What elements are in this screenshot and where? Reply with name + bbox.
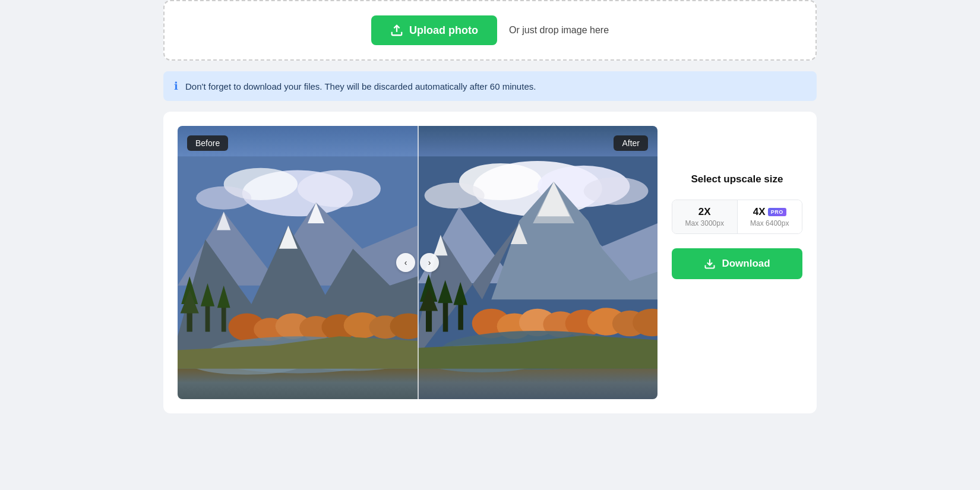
svg-point-34 bbox=[425, 183, 485, 209]
after-label: After bbox=[614, 135, 648, 151]
download-label: Download bbox=[722, 258, 770, 270]
svg-point-35 bbox=[584, 177, 649, 205]
arrow-left-button[interactable]: ‹ bbox=[396, 253, 415, 272]
arrow-right-icon: › bbox=[428, 258, 431, 267]
download-icon bbox=[704, 258, 716, 270]
pro-badge: PRO bbox=[768, 208, 786, 216]
upload-icon bbox=[390, 24, 403, 37]
option-4x-button[interactable]: 4X PRO Max 6400px bbox=[738, 200, 802, 233]
info-banner: ℹ Don't forget to download your files. T… bbox=[163, 71, 817, 101]
select-upscale-title: Select upscale size bbox=[691, 173, 783, 185]
drop-text: Or just drop image here bbox=[509, 25, 609, 36]
arrow-right-button[interactable]: › bbox=[420, 253, 439, 272]
option-2x-sub: Max 3000px bbox=[681, 219, 729, 227]
option-2x-title: 2X bbox=[681, 206, 729, 218]
before-label: Before bbox=[187, 135, 228, 151]
before-scene-svg bbox=[178, 126, 418, 399]
upload-area: Upload photo Or just drop image here bbox=[163, 0, 817, 61]
right-panel: Select upscale size 2X Max 3000px 4X PRO… bbox=[672, 126, 802, 279]
after-image: After bbox=[418, 126, 657, 399]
after-scene-svg bbox=[418, 126, 657, 399]
info-icon: ℹ bbox=[174, 80, 178, 93]
before-image: Before bbox=[178, 126, 418, 399]
option-2x-label: 2X bbox=[698, 206, 711, 218]
svg-point-4 bbox=[298, 170, 381, 207]
arrow-controls: ‹ › bbox=[396, 253, 439, 272]
download-button[interactable]: Download bbox=[672, 248, 802, 279]
main-content: Before ‹ › bbox=[163, 112, 817, 413]
arrow-left-icon: ‹ bbox=[404, 258, 407, 267]
option-4x-label: 4X bbox=[753, 206, 766, 218]
upload-button[interactable]: Upload photo bbox=[371, 15, 497, 45]
option-4x-sub: Max 6400px bbox=[746, 219, 794, 227]
svg-point-5 bbox=[196, 186, 251, 210]
option-4x-title: 4X PRO bbox=[746, 206, 794, 218]
upscale-options: 2X Max 3000px 4X PRO Max 6400px bbox=[672, 200, 802, 234]
image-compare: Before ‹ › bbox=[178, 126, 657, 399]
option-2x-button[interactable]: 2X Max 3000px bbox=[672, 200, 738, 233]
info-message: Don't forget to download your files. The… bbox=[185, 81, 536, 91]
upload-btn-label: Upload photo bbox=[409, 24, 478, 37]
compare-wrapper: Before ‹ › bbox=[178, 126, 657, 399]
